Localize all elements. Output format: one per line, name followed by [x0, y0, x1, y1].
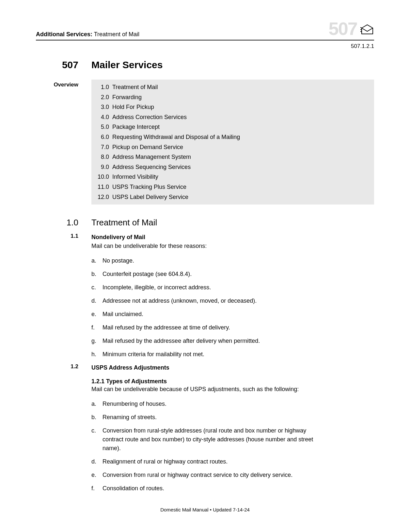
toc-item[interactable]: 12.0USPS Label Delivery Service: [96, 192, 370, 202]
list-marker: h.: [91, 350, 98, 359]
subsection-intro: Mail can be undeliverable for these reas…: [91, 242, 374, 251]
list-item: b.Counterfeit postage (see 604.8.4).: [91, 270, 374, 279]
chapter-title: Mailer Services: [91, 59, 163, 70]
toc-item[interactable]: 6.0Requesting Withdrawal and Disposal of…: [96, 132, 370, 142]
toc-item[interactable]: 4.0Address Correction Services: [96, 112, 370, 122]
list-marker: b.: [91, 413, 98, 422]
list-item: c.Conversion from rural-style addresses …: [91, 426, 374, 453]
list-item: b.Renaming of streets.: [91, 413, 374, 422]
list-marker: b.: [91, 270, 98, 279]
list-text: Mail refused by the addressee at time of…: [102, 323, 324, 332]
section-title: Treatment of Mail: [91, 218, 157, 228]
list-text: Counterfeit postage (see 604.8.4).: [102, 270, 324, 279]
list-marker: a.: [91, 400, 98, 408]
list-marker: f.: [91, 484, 98, 493]
toc-text: Forwarding: [112, 92, 142, 102]
overview-label: Overview: [36, 80, 78, 205]
toc-item[interactable]: 3.0Hold For Pickup: [96, 102, 370, 112]
list-text: Mail refused by the addressee after deli…: [102, 337, 324, 345]
list-text: Addressee not at address (unknown, moved…: [102, 296, 324, 305]
section-reference: 507.1.2.1: [36, 43, 374, 50]
list-item: e.Conversion from rural or highway contr…: [91, 471, 374, 479]
list-text: Minimum criteria for mailability not met…: [102, 350, 324, 359]
list-marker: f.: [91, 323, 98, 332]
toc-item[interactable]: 8.0Address Management System: [96, 152, 370, 162]
toc-item[interactable]: 7.0Pickup on Demand Service: [96, 142, 370, 152]
list-marker: c.: [91, 426, 98, 453]
subsubsection-1-2-1: 1.2.1 Types of Adjustments Mail can be u…: [91, 378, 374, 394]
chapter-number: 507: [36, 59, 78, 70]
toc-num: 8.0: [96, 152, 109, 162]
overview-box: 1.0Treatment of Mail 2.0Forwarding 3.0Ho…: [91, 80, 374, 205]
list-item: g.Mail refused by the addressee after de…: [91, 337, 374, 345]
subsection-number: 1.1: [36, 233, 78, 254]
chapter-heading: 507 Mailer Services: [36, 59, 374, 70]
subsection-content: Nondelivery of Mail Mail can be undelive…: [91, 233, 374, 254]
toc-num: 7.0: [96, 142, 109, 152]
overview-row: Overview 1.0Treatment of Mail 2.0Forward…: [36, 80, 374, 205]
toc-text: Treatment of Mail: [112, 82, 158, 92]
toc-item[interactable]: 2.0Forwarding: [96, 92, 370, 102]
header-right: 507: [329, 20, 374, 38]
toc-num: 4.0: [96, 112, 109, 122]
list-marker: d.: [91, 296, 98, 305]
header-big-number: 507: [329, 20, 357, 38]
toc-num: 12.0: [96, 192, 109, 202]
list-text: Mail unclaimed.: [102, 310, 324, 319]
subsubsection-heading: 1.2.1 Types of Adjustments: [91, 378, 374, 385]
list-item: f.Consolidation of routes.: [91, 484, 374, 493]
toc-text: Pickup on Demand Service: [112, 142, 183, 152]
list-item: f.Mail refused by the addressee at time …: [91, 323, 374, 332]
list-text: Renumbering of houses.: [102, 400, 324, 408]
toc-text: Package Intercept: [112, 122, 160, 132]
list-marker: a.: [91, 256, 98, 265]
list-text: Conversion from rural-style addresses (r…: [102, 426, 324, 453]
list-item: a.Renumbering of houses.: [91, 400, 374, 408]
subsection-content: USPS Address Adjustments: [91, 363, 374, 372]
page-footer: Domestic Mail Manual • Updated 7-14-24: [0, 507, 410, 512]
toc-text: Address Management System: [112, 152, 191, 162]
list-text: Realignment of rural or highway contract…: [102, 457, 324, 466]
toc-num: 9.0: [96, 162, 109, 172]
header-category-rest: Treatment of Mail: [92, 31, 139, 38]
toc-text: Requesting Withdrawal and Disposal of a …: [112, 132, 240, 142]
toc-text: Address Correction Services: [112, 112, 187, 122]
list-marker: c.: [91, 283, 98, 292]
subsection-number: 1.2: [36, 363, 78, 372]
toc-num: 1.0: [96, 82, 109, 92]
section-1-0: 1.0 Treatment of Mail: [36, 218, 374, 228]
list-item: c.Incomplete, illegible, or incorrect ad…: [91, 283, 374, 292]
toc-num: 2.0: [96, 92, 109, 102]
list-1-2-1: a.Renumbering of houses. b.Renaming of s…: [91, 400, 374, 493]
toc-item[interactable]: 5.0Package Intercept: [96, 122, 370, 132]
subsection-1-1: 1.1 Nondelivery of Mail Mail can be unde…: [36, 233, 374, 254]
list-item: d.Realignment of rural or highway contra…: [91, 457, 374, 466]
toc-item[interactable]: 11.0USPS Tracking Plus Service: [96, 182, 370, 192]
header-category-bold: Additional Services:: [36, 31, 92, 38]
subsubsection-intro: Mail can be undeliverable because of USP…: [91, 385, 320, 394]
list-text: Conversion from rural or highway contrac…: [102, 471, 324, 479]
list-text: Consolidation of routes.: [102, 484, 324, 493]
list-item: h.Minimum criteria for mailability not m…: [91, 350, 374, 359]
toc-item[interactable]: 9.0Address Sequencing Services: [96, 162, 370, 172]
subsection-1-2: 1.2 USPS Address Adjustments: [36, 363, 374, 372]
toc-num: 3.0: [96, 102, 109, 112]
section-number: 1.0: [36, 218, 78, 228]
toc-item[interactable]: 10.0Informed Visibility: [96, 172, 370, 182]
list-marker: d.: [91, 457, 98, 466]
list-marker: e.: [91, 310, 98, 319]
page-header: Additional Services: Treatment of Mail 5…: [36, 20, 374, 40]
toc-text: USPS Label Delivery Service: [112, 192, 188, 202]
toc-num: 5.0: [96, 122, 109, 132]
mailbox-icon: [360, 23, 374, 37]
list-item: e.Mail unclaimed.: [91, 310, 374, 319]
toc-num: 10.0: [96, 172, 109, 182]
toc-item[interactable]: 1.0Treatment of Mail: [96, 82, 370, 92]
subsection-heading: USPS Address Adjustments: [91, 363, 374, 372]
list-text: Incomplete, illegible, or incorrect addr…: [102, 283, 324, 292]
list-text: No postage.: [102, 256, 324, 265]
list-marker: g.: [91, 337, 98, 345]
list-item: d.Addressee not at address (unknown, mov…: [91, 296, 374, 305]
toc-text: USPS Tracking Plus Service: [112, 182, 186, 192]
list-marker: e.: [91, 471, 98, 479]
